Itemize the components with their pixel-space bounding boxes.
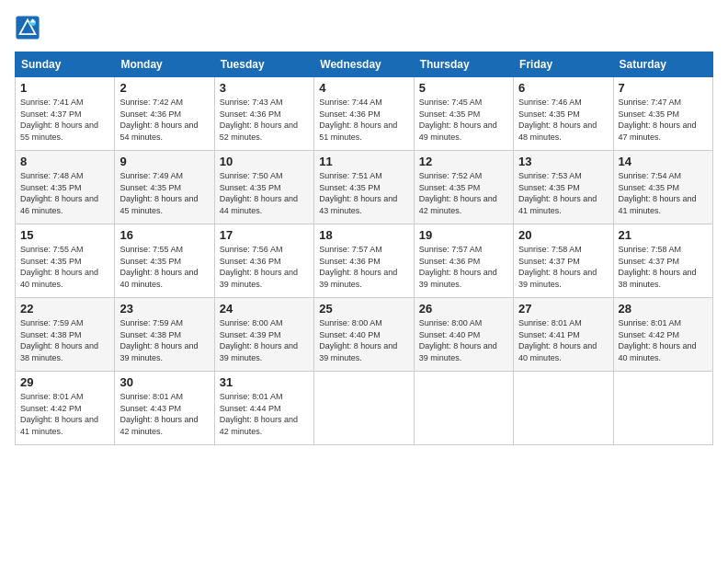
table-row: 3 Sunrise: 7:43 AM Sunset: 4:36 PM Dayli… — [214, 77, 313, 151]
day-detail: Sunrise: 8:00 AM Sunset: 4:40 PM Dayligh… — [419, 317, 508, 363]
day-detail: Sunrise: 7:59 AM Sunset: 4:38 PM Dayligh… — [20, 317, 109, 363]
table-row: 24 Sunrise: 8:00 AM Sunset: 4:39 PM Dayl… — [214, 298, 313, 372]
day-number: 7 — [619, 81, 708, 95]
table-row: 19 Sunrise: 7:57 AM Sunset: 4:36 PM Dayl… — [414, 224, 513, 298]
day-number: 29 — [20, 375, 109, 389]
table-row — [414, 372, 513, 445]
day-detail: Sunrise: 8:01 AM Sunset: 4:42 PM Dayligh… — [20, 391, 109, 437]
day-number: 16 — [119, 228, 209, 242]
col-saturday: Saturday — [613, 52, 712, 77]
day-detail: Sunrise: 7:55 AM Sunset: 4:35 PM Dayligh… — [119, 244, 209, 290]
calendar-week-4: 22 Sunrise: 7:59 AM Sunset: 4:38 PM Dayl… — [16, 298, 713, 372]
page-header — [15, 15, 713, 40]
table-row — [314, 372, 414, 445]
day-detail: Sunrise: 7:59 AM Sunset: 4:38 PM Dayligh… — [119, 317, 209, 363]
table-row: 5 Sunrise: 7:45 AM Sunset: 4:35 PM Dayli… — [414, 77, 513, 151]
table-row: 2 Sunrise: 7:42 AM Sunset: 4:36 PM Dayli… — [115, 77, 214, 151]
table-row: 25 Sunrise: 8:00 AM Sunset: 4:40 PM Dayl… — [314, 298, 414, 372]
col-wednesday: Wednesday — [314, 52, 414, 77]
day-detail: Sunrise: 7:50 AM Sunset: 4:35 PM Dayligh… — [220, 170, 309, 216]
day-detail: Sunrise: 7:58 AM Sunset: 4:37 PM Dayligh… — [518, 244, 608, 290]
table-row: 23 Sunrise: 7:59 AM Sunset: 4:38 PM Dayl… — [115, 298, 214, 372]
day-number: 1 — [20, 81, 109, 95]
table-row: 16 Sunrise: 7:55 AM Sunset: 4:35 PM Dayl… — [115, 224, 214, 298]
day-number: 31 — [220, 375, 309, 389]
table-row: 21 Sunrise: 7:58 AM Sunset: 4:37 PM Dayl… — [613, 224, 712, 298]
day-number: 4 — [319, 81, 408, 95]
day-number: 21 — [619, 228, 708, 242]
table-row: 8 Sunrise: 7:48 AM Sunset: 4:35 PM Dayli… — [16, 151, 115, 224]
day-number: 14 — [619, 155, 708, 168]
table-row: 15 Sunrise: 7:55 AM Sunset: 4:35 PM Dayl… — [16, 224, 115, 298]
day-detail: Sunrise: 8:00 AM Sunset: 4:39 PM Dayligh… — [220, 317, 309, 363]
day-number: 2 — [119, 81, 209, 95]
day-detail: Sunrise: 8:00 AM Sunset: 4:40 PM Dayligh… — [319, 317, 408, 363]
table-row: 22 Sunrise: 7:59 AM Sunset: 4:38 PM Dayl… — [16, 298, 115, 372]
table-row: 26 Sunrise: 8:00 AM Sunset: 4:40 PM Dayl… — [414, 298, 513, 372]
day-number: 17 — [220, 228, 309, 242]
col-thursday: Thursday — [414, 52, 513, 77]
table-row: 30 Sunrise: 8:01 AM Sunset: 4:43 PM Dayl… — [115, 372, 214, 445]
day-number: 18 — [319, 228, 408, 242]
day-detail: Sunrise: 7:46 AM Sunset: 4:35 PM Dayligh… — [518, 97, 608, 143]
table-row: 4 Sunrise: 7:44 AM Sunset: 4:36 PM Dayli… — [314, 77, 414, 151]
day-detail: Sunrise: 7:51 AM Sunset: 4:35 PM Dayligh… — [319, 170, 408, 216]
col-sunday: Sunday — [16, 52, 115, 77]
day-number: 27 — [518, 302, 608, 316]
day-detail: Sunrise: 8:01 AM Sunset: 4:43 PM Dayligh… — [119, 391, 209, 437]
calendar-week-3: 15 Sunrise: 7:55 AM Sunset: 4:35 PM Dayl… — [16, 224, 713, 298]
table-row: 20 Sunrise: 7:58 AM Sunset: 4:37 PM Dayl… — [514, 224, 613, 298]
day-detail: Sunrise: 8:01 AM Sunset: 4:44 PM Dayligh… — [220, 391, 309, 437]
table-row: 1 Sunrise: 7:41 AM Sunset: 4:37 PM Dayli… — [16, 77, 115, 151]
logo — [15, 15, 44, 40]
day-number: 11 — [319, 155, 408, 168]
day-detail: Sunrise: 7:56 AM Sunset: 4:36 PM Dayligh… — [220, 244, 309, 290]
day-number: 25 — [319, 302, 408, 316]
day-number: 24 — [220, 302, 309, 316]
day-number: 5 — [419, 81, 508, 95]
day-number: 19 — [419, 228, 508, 242]
table-row: 29 Sunrise: 8:01 AM Sunset: 4:42 PM Dayl… — [16, 372, 115, 445]
calendar-week-1: 1 Sunrise: 7:41 AM Sunset: 4:37 PM Dayli… — [16, 77, 713, 151]
day-number: 12 — [419, 155, 508, 168]
day-detail: Sunrise: 8:01 AM Sunset: 4:42 PM Dayligh… — [619, 317, 708, 363]
table-row: 9 Sunrise: 7:49 AM Sunset: 4:35 PM Dayli… — [115, 151, 214, 224]
day-detail: Sunrise: 7:41 AM Sunset: 4:37 PM Dayligh… — [20, 97, 109, 143]
table-row: 12 Sunrise: 7:52 AM Sunset: 4:35 PM Dayl… — [414, 151, 513, 224]
day-detail: Sunrise: 7:42 AM Sunset: 4:36 PM Dayligh… — [119, 97, 209, 143]
calendar-table: Sunday Monday Tuesday Wednesday Thursday… — [15, 52, 713, 445]
day-number: 3 — [220, 81, 309, 95]
day-detail: Sunrise: 7:47 AM Sunset: 4:35 PM Dayligh… — [619, 97, 708, 143]
table-row: 13 Sunrise: 7:53 AM Sunset: 4:35 PM Dayl… — [514, 151, 613, 224]
col-friday: Friday — [514, 52, 613, 77]
day-number: 22 — [20, 302, 109, 316]
day-number: 20 — [518, 228, 608, 242]
day-detail: Sunrise: 7:45 AM Sunset: 4:35 PM Dayligh… — [419, 97, 508, 143]
logo-icon — [15, 15, 40, 40]
day-number: 23 — [119, 302, 209, 316]
day-detail: Sunrise: 7:57 AM Sunset: 4:36 PM Dayligh… — [419, 244, 508, 290]
day-detail: Sunrise: 7:55 AM Sunset: 4:35 PM Dayligh… — [20, 244, 109, 290]
calendar-week-5: 29 Sunrise: 8:01 AM Sunset: 4:42 PM Dayl… — [16, 372, 713, 445]
day-number: 15 — [20, 228, 109, 242]
table-row — [613, 372, 712, 445]
calendar-header-row: Sunday Monday Tuesday Wednesday Thursday… — [16, 52, 713, 77]
day-detail: Sunrise: 7:52 AM Sunset: 4:35 PM Dayligh… — [419, 170, 508, 216]
table-row: 28 Sunrise: 8:01 AM Sunset: 4:42 PM Dayl… — [613, 298, 712, 372]
day-number: 26 — [419, 302, 508, 316]
col-monday: Monday — [115, 52, 214, 77]
table-row: 17 Sunrise: 7:56 AM Sunset: 4:36 PM Dayl… — [214, 224, 313, 298]
day-detail: Sunrise: 7:57 AM Sunset: 4:36 PM Dayligh… — [319, 244, 408, 290]
day-number: 6 — [518, 81, 608, 95]
calendar-week-2: 8 Sunrise: 7:48 AM Sunset: 4:35 PM Dayli… — [16, 151, 713, 224]
table-row: 11 Sunrise: 7:51 AM Sunset: 4:35 PM Dayl… — [314, 151, 414, 224]
day-number: 30 — [119, 375, 209, 389]
day-detail: Sunrise: 7:54 AM Sunset: 4:35 PM Dayligh… — [619, 170, 708, 216]
day-number: 28 — [619, 302, 708, 316]
day-detail: Sunrise: 7:58 AM Sunset: 4:37 PM Dayligh… — [619, 244, 708, 290]
table-row: 27 Sunrise: 8:01 AM Sunset: 4:41 PM Dayl… — [514, 298, 613, 372]
table-row — [514, 372, 613, 445]
day-detail: Sunrise: 7:44 AM Sunset: 4:36 PM Dayligh… — [319, 97, 408, 143]
table-row: 18 Sunrise: 7:57 AM Sunset: 4:36 PM Dayl… — [314, 224, 414, 298]
day-detail: Sunrise: 8:01 AM Sunset: 4:41 PM Dayligh… — [518, 317, 608, 363]
